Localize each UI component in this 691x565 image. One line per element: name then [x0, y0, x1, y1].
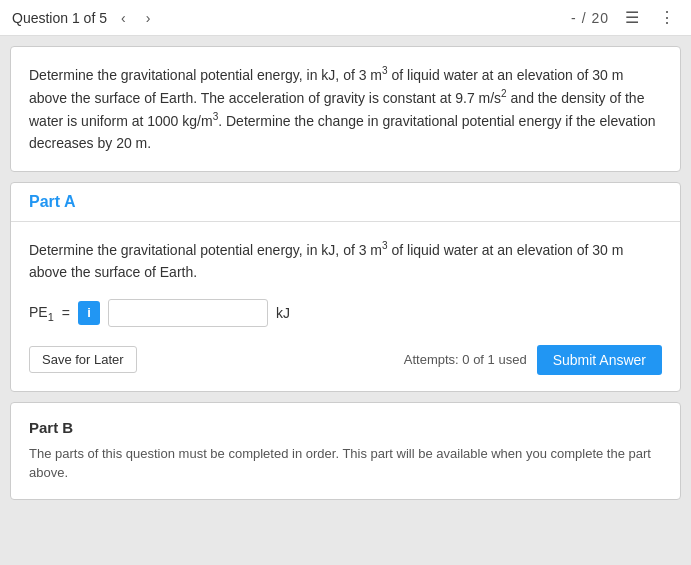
question-label: Question 1 of 5 [12, 10, 107, 26]
answer-input[interactable] [108, 299, 268, 327]
save-for-later-button[interactable]: Save for Later [29, 346, 137, 373]
part-a-footer: Save for Later Attempts: 0 of 1 used Sub… [29, 345, 662, 375]
part-a-header: Part A [11, 183, 680, 222]
part-a-question: Determine the gravitational potential en… [29, 238, 662, 283]
question-header: Question 1 of 5 ‹ › - / 20 ☰ ⋮ [0, 0, 691, 36]
attempts-text: Attempts: 0 of 1 used [404, 352, 527, 367]
attempts-submit-row: Attempts: 0 of 1 used Submit Answer [404, 345, 662, 375]
prev-button[interactable]: ‹ [115, 8, 132, 28]
answer-row: PE1 = i kJ [29, 299, 662, 327]
content-area: Determine the gravitational potential en… [0, 36, 691, 510]
part-b-title: Part B [29, 419, 662, 436]
list-icon-button[interactable]: ☰ [621, 6, 643, 29]
part-b-card: Part B The parts of this question must b… [10, 402, 681, 500]
info-button[interactable]: i [78, 301, 100, 325]
part-b-body: Part B The parts of this question must b… [11, 403, 680, 499]
equals-sign: = [62, 305, 70, 321]
submit-answer-button[interactable]: Submit Answer [537, 345, 662, 375]
part-b-locked-message: The parts of this question must be compl… [29, 444, 662, 483]
part-a-body: Determine the gravitational potential en… [11, 222, 680, 391]
next-button[interactable]: › [140, 8, 157, 28]
pe-label: PE1 [29, 304, 54, 323]
more-icon-button[interactable]: ⋮ [655, 6, 679, 29]
unit-label: kJ [276, 305, 290, 321]
score-display: - / 20 [571, 10, 609, 26]
question-text: Determine the gravitational potential en… [29, 67, 656, 151]
question-card: Determine the gravitational potential en… [10, 46, 681, 172]
header-right: - / 20 ☰ ⋮ [571, 6, 679, 29]
part-a-card: Part A Determine the gravitational poten… [10, 182, 681, 392]
header-left: Question 1 of 5 ‹ › [12, 8, 571, 28]
part-a-title: Part A [29, 193, 662, 211]
